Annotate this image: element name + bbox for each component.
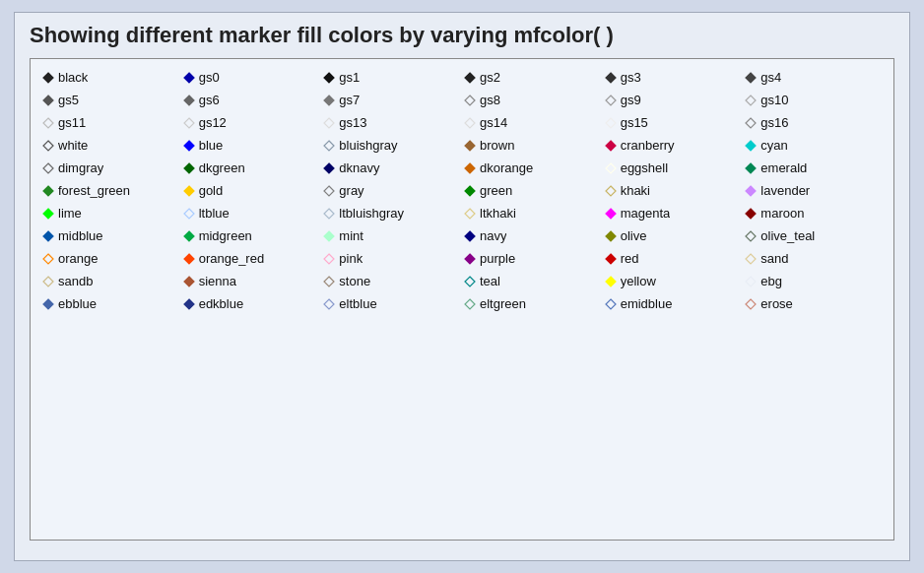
page-title: Showing different marker fill colors by … — [30, 23, 894, 48]
svg-marker-25 — [184, 163, 194, 173]
svg-marker-39 — [465, 209, 475, 219]
marker-icon — [745, 95, 757, 106]
svg-marker-17 — [746, 118, 756, 128]
item-label: gs12 — [199, 115, 227, 130]
list-item: dkorange — [462, 158, 603, 178]
marker-icon — [323, 185, 335, 197]
item-label: orange_red — [199, 251, 265, 266]
marker-icon — [605, 117, 617, 129]
svg-marker-19 — [184, 141, 194, 151]
list-item: ebg — [743, 271, 884, 291]
item-label: dimgray — [58, 160, 103, 175]
marker-icon — [183, 95, 195, 106]
item-label: blue — [199, 138, 224, 153]
item-label: cyan — [760, 138, 787, 153]
item-label: khaki — [621, 183, 650, 198]
svg-marker-22 — [606, 141, 616, 151]
marker-icon — [183, 72, 195, 84]
svg-marker-53 — [746, 254, 756, 264]
main-container: Showing different marker fill colors by … — [14, 12, 910, 561]
list-item: ltkhaki — [462, 203, 603, 223]
item-label: sienna — [199, 274, 236, 288]
list-item: gs7 — [321, 90, 462, 110]
svg-marker-51 — [465, 254, 475, 264]
svg-marker-50 — [324, 254, 334, 264]
marker-icon — [745, 253, 757, 265]
marker-icon — [42, 117, 54, 129]
list-item: edkblue — [181, 293, 322, 314]
svg-marker-42 — [43, 231, 53, 241]
list-item: ltblue — [181, 203, 322, 223]
item-label: red — [621, 251, 639, 266]
item-label: mint — [339, 228, 363, 243]
list-item: emidblue — [603, 293, 744, 314]
list-item: dimgray — [40, 158, 181, 178]
marker-icon — [183, 298, 195, 310]
svg-marker-49 — [184, 254, 194, 264]
item-label: eltgreen — [480, 296, 526, 311]
list-item: olive_teal — [743, 225, 884, 246]
item-label: gs11 — [58, 115, 86, 130]
legend-grid: blackgs0gs1gs2gs3gs4gs5gs6gs7gs8gs9gs10g… — [40, 67, 884, 314]
list-item: gs16 — [743, 112, 884, 133]
list-item: dkgreen — [181, 158, 322, 178]
item-label: gs10 — [760, 93, 788, 107]
list-item: gs13 — [321, 112, 462, 133]
item-label: gs7 — [339, 93, 360, 107]
item-label: forest_green — [58, 183, 130, 198]
svg-marker-27 — [465, 163, 475, 173]
list-item: stone — [321, 271, 462, 291]
marker-icon — [42, 95, 54, 106]
item-label: gs14 — [480, 115, 507, 130]
list-item: white — [40, 135, 181, 156]
marker-icon — [183, 185, 195, 197]
svg-marker-46 — [606, 231, 616, 241]
svg-marker-2 — [324, 73, 334, 83]
list-item: emerald — [743, 158, 884, 178]
marker-icon — [605, 276, 617, 287]
item-label: midblue — [58, 228, 103, 243]
list-item: mint — [321, 225, 462, 246]
svg-marker-63 — [465, 299, 475, 309]
svg-marker-58 — [606, 277, 616, 286]
marker-icon — [464, 253, 476, 265]
marker-icon — [183, 140, 195, 152]
svg-marker-38 — [324, 209, 334, 219]
svg-marker-13 — [184, 118, 194, 128]
svg-marker-14 — [324, 118, 334, 128]
item-label: ltbluishgray — [339, 206, 404, 221]
list-item: gray — [321, 180, 462, 201]
marker-icon — [323, 72, 335, 84]
list-item: gs3 — [603, 67, 744, 88]
marker-icon — [323, 162, 335, 174]
item-label: ltblue — [199, 206, 230, 221]
marker-icon — [323, 208, 335, 220]
svg-marker-9 — [465, 96, 475, 105]
marker-icon — [323, 140, 335, 152]
svg-marker-57 — [465, 277, 475, 286]
item-label: yellow — [621, 274, 656, 288]
item-label: black — [58, 70, 88, 85]
svg-marker-52 — [606, 254, 616, 264]
item-label: gs2 — [480, 70, 500, 85]
item-label: ebblue — [58, 296, 97, 311]
marker-icon — [745, 72, 757, 84]
list-item: cyan — [743, 135, 884, 156]
list-item: ebblue — [40, 293, 181, 314]
list-item: sandb — [40, 271, 181, 291]
marker-icon — [605, 162, 617, 174]
item-label: olive_teal — [760, 228, 815, 243]
list-item: gs14 — [462, 112, 603, 133]
marker-icon — [464, 162, 476, 174]
svg-marker-18 — [43, 141, 53, 151]
legend-box: blackgs0gs1gs2gs3gs4gs5gs6gs7gs8gs9gs10g… — [30, 58, 894, 541]
svg-marker-11 — [746, 96, 756, 105]
marker-icon — [42, 208, 54, 220]
list-item: gs11 — [40, 112, 181, 133]
item-label: gs1 — [339, 70, 360, 85]
list-item: dknavy — [321, 158, 462, 178]
item-label: dknavy — [339, 160, 379, 175]
svg-marker-28 — [606, 163, 616, 173]
list-item: olive — [603, 225, 744, 246]
item-label: gs13 — [339, 115, 366, 130]
